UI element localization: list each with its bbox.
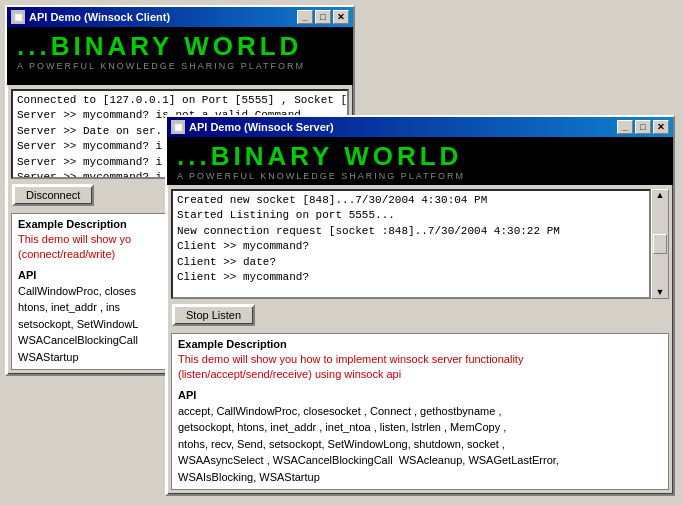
server-example-label: Example Description (178, 338, 662, 350)
client-maximize-btn[interactable]: □ (315, 10, 331, 24)
client-title-buttons: _ □ ✕ (297, 10, 349, 24)
log-line: Connected to [127.0.0.1] on Port [5555] … (17, 93, 343, 108)
scroll-thumb[interactable] (653, 234, 667, 254)
disconnect-button[interactable]: Disconnect (12, 184, 94, 206)
server-title-text: ▣ API Demo (Winsock Server) (171, 120, 334, 134)
client-minimize-btn[interactable]: _ (297, 10, 313, 24)
server-controls: Stop Listen (167, 299, 673, 329)
server-minimize-btn[interactable]: _ (617, 120, 633, 134)
client-close-btn[interactable]: ✕ (333, 10, 349, 24)
server-desc-panel: Example Description This demo will show … (171, 333, 669, 490)
client-banner-title: ...BINARY WORLD (17, 33, 343, 59)
server-close-btn[interactable]: ✕ (653, 120, 669, 134)
log-line: Started Listining on port 5555... (177, 208, 645, 223)
stop-listen-button[interactable]: Stop Listen (172, 304, 255, 326)
server-maximize-btn[interactable]: □ (635, 120, 651, 134)
log-line: Client >> mycommand? (177, 239, 645, 254)
server-app-icon: ▣ (171, 120, 185, 134)
client-title-label: API Demo (Winsock Client) (29, 11, 170, 23)
server-banner-subtitle: A POWERFUL KNOWLEDGE SHARING PLATFORM (177, 171, 663, 181)
server-log-container: Created new socket [848]...7/30/2004 4:3… (167, 185, 673, 299)
client-title-bar[interactable]: ▣ API Demo (Winsock Client) _ □ ✕ (7, 7, 353, 27)
log-line: Client >> date? (177, 255, 645, 270)
log-line: New connection request [socket :848]..7/… (177, 224, 645, 239)
server-window: ▣ API Demo (Winsock Server) _ □ ✕ ...BIN… (165, 115, 675, 496)
scroll-up-btn[interactable]: ▲ (656, 191, 665, 200)
client-banner-subtitle: A POWERFUL KNOWLEDGE SHARING PLATFORM (17, 61, 343, 71)
server-banner: ...BINARY WORLD A POWERFUL KNOWLEDGE SHA… (167, 137, 673, 185)
server-log-area[interactable]: Created new socket [848]...7/30/2004 4:3… (171, 189, 651, 299)
client-title-text: ▣ API Demo (Winsock Client) (11, 10, 170, 24)
server-title-bar[interactable]: ▣ API Demo (Winsock Server) _ □ ✕ (167, 117, 673, 137)
server-title-buttons: _ □ ✕ (617, 120, 669, 134)
server-api-text: accept, CallWindowProc, closesocket , Co… (178, 403, 662, 486)
server-api-label: API (178, 389, 662, 401)
log-line: Created new socket [848]...7/30/2004 4:3… (177, 193, 645, 208)
server-banner-title: ...BINARY WORLD (177, 143, 663, 169)
client-app-icon: ▣ (11, 10, 25, 24)
scroll-down-btn[interactable]: ▼ (656, 288, 665, 297)
log-line: Client >> mycommand? (177, 270, 645, 285)
server-title-label: API Demo (Winsock Server) (189, 121, 334, 133)
scrollbar-track[interactable]: ▲ ▼ (651, 189, 669, 299)
server-example-text: This demo will show you how to implement… (178, 352, 662, 383)
client-banner: ...BINARY WORLD A POWERFUL KNOWLEDGE SHA… (7, 27, 353, 85)
